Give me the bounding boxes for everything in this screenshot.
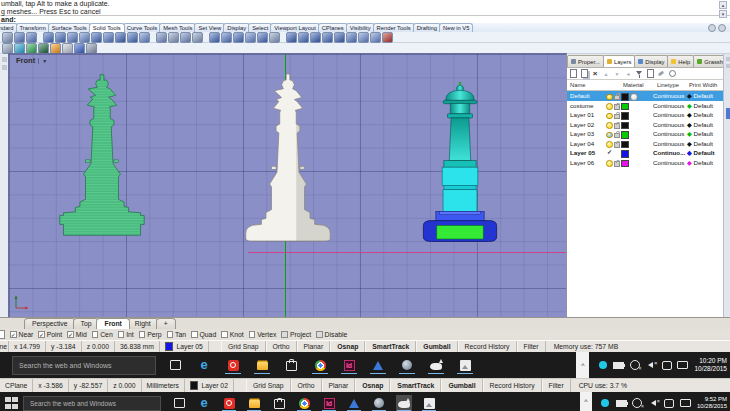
tool-icon-extrude-to-point[interactable] — [180, 32, 191, 43]
status-pane-osnap[interactable]: Osnap — [330, 341, 365, 352]
tool-icon-chamfer-edge[interactable] — [257, 32, 268, 43]
osnap-checkbox[interactable] — [118, 331, 125, 338]
new-sublayer-icon[interactable] — [580, 70, 588, 78]
layer-print-width[interactable]: ◆ Default — [687, 139, 713, 149]
panel-tab-proper[interactable]: Proper... — [567, 55, 604, 67]
tool-icon-blue-box[interactable] — [74, 43, 85, 54]
photos-icon[interactable] — [456, 356, 474, 374]
osnap-perp[interactable]: Perp — [139, 331, 162, 338]
osnap-checkbox[interactable] — [92, 331, 99, 338]
tool-icon-extrude-along-curve[interactable] — [168, 32, 179, 43]
globe-icon[interactable] — [398, 356, 416, 374]
osnap-checkbox[interactable] — [167, 331, 174, 338]
layer-linetype[interactable]: Continuous — [653, 158, 686, 168]
layer-color-swatch[interactable] — [621, 160, 629, 168]
osnap-mid[interactable]: ✓Mid — [67, 331, 86, 338]
new-layer-icon[interactable] — [569, 70, 577, 78]
layer-row[interactable]: Layer 05✓Continuo...◆ Default — [567, 148, 723, 158]
layer-print-width[interactable]: ◆ Default — [687, 91, 713, 101]
layer-lock-icon[interactable] — [614, 133, 620, 139]
ribbon-tab-standard[interactable]: Standard — [0, 23, 18, 32]
tool-icon-edge-softening[interactable] — [269, 32, 280, 43]
current-layer-pane[interactable]: Layer 02 — [185, 379, 234, 392]
status-pane-record-history[interactable]: Record History — [483, 379, 542, 392]
layer-material-icon[interactable] — [630, 93, 638, 101]
layer-color-swatch[interactable] — [621, 103, 629, 111]
layer-lock-icon[interactable] — [614, 123, 620, 129]
model-cyan-block[interactable] — [442, 167, 478, 185]
layer-row[interactable]: costumeContinuous◆ Default — [567, 101, 723, 111]
chat-icon[interactable] — [664, 397, 675, 409]
layer-row[interactable]: Layer 06Continuous◆ Default — [567, 158, 723, 168]
tool-icon-merge-faces[interactable] — [322, 32, 333, 43]
edge-icon[interactable] — [195, 356, 213, 374]
layer-visibility-bulb-icon[interactable] — [606, 113, 613, 120]
filter-icon[interactable] — [635, 70, 643, 78]
osnap-vertex[interactable]: Vertex — [249, 331, 277, 338]
ribbon-tab-solid-tools[interactable]: Solid Tools — [89, 23, 125, 32]
model-lighthouse-cyan[interactable] — [418, 82, 502, 244]
layer-lock-icon[interactable] — [614, 104, 620, 110]
ribbon-tab-display[interactable]: Display — [223, 23, 250, 32]
task-view-icon[interactable] — [171, 395, 187, 411]
edge-icon[interactable] — [196, 395, 212, 411]
layer-visibility-bulb-icon[interactable] — [606, 94, 613, 101]
taskbar-clock[interactable]: 10:20 PM10/28/2015 — [694, 357, 727, 373]
ribbon-tab-visibility[interactable]: Visibility — [346, 23, 375, 32]
osnap-quad[interactable]: Quad — [191, 331, 216, 338]
viewport-tab-front[interactable]: Front — [96, 318, 129, 329]
tool-icon-torus[interactable] — [91, 32, 102, 43]
status-pane-smarttrack[interactable]: SmartTrack — [390, 379, 441, 392]
layer-linetype[interactable]: Continuous — [653, 139, 686, 149]
tool-icon-move-face[interactable] — [334, 32, 345, 43]
tool-icon-material-cube[interactable] — [38, 43, 49, 54]
layer-lock-icon[interactable] — [614, 95, 620, 101]
viewport-front[interactable]: Front▼ — [9, 54, 566, 317]
tool-icon-box[interactable] — [43, 32, 54, 43]
layer-visibility-bulb-icon[interactable] — [606, 132, 613, 139]
tab-gear-icon[interactable] — [718, 24, 726, 32]
ribbon-tab-select[interactable]: Select — [248, 23, 272, 32]
tool-icon-tube[interactable] — [115, 32, 126, 43]
layer-linetype[interactable]: Continuous — [653, 91, 686, 101]
keyboard-icon[interactable] — [677, 359, 688, 371]
delete-layer-icon[interactable] — [591, 70, 599, 78]
ribbon-tab-render-tools[interactable]: Render Tools — [373, 23, 415, 32]
volume-muted-icon[interactable] — [645, 359, 656, 371]
ribbon-tab-new-in-v5[interactable]: New in V5 — [439, 23, 473, 32]
layer-visibility-bulb-icon[interactable] — [606, 160, 613, 167]
osnap-checkbox[interactable] — [221, 331, 228, 338]
status-pane-osnap[interactable]: Osnap — [355, 379, 390, 392]
layer-print-width[interactable]: ◆ Default — [687, 110, 713, 120]
task-view-icon[interactable] — [166, 356, 184, 374]
tool-icon-panel-table[interactable] — [370, 32, 381, 43]
layer-row[interactable]: DefaultContinuous◆ Default — [567, 91, 723, 101]
indesign-icon[interactable] — [340, 356, 358, 374]
status-pane-gumball[interactable]: Gumball — [416, 341, 457, 352]
osnap-cen[interactable]: Cen — [92, 331, 113, 338]
chrome-icon[interactable] — [296, 395, 312, 411]
osnap-checkbox[interactable] — [281, 331, 288, 338]
status-pane-filter[interactable]: Filter — [542, 379, 571, 392]
modeler-icon[interactable] — [369, 356, 387, 374]
hidden-icons-chevron[interactable]: ^ — [576, 352, 589, 378]
tool-icon-cap-holes[interactable] — [209, 32, 220, 43]
settings-icon[interactable] — [668, 70, 676, 78]
tool-icon-panel-grid[interactable] — [358, 32, 369, 43]
panel-tab-display[interactable]: Display — [634, 55, 668, 67]
layer-color-swatch[interactable] — [621, 93, 629, 101]
battery-icon[interactable] — [616, 397, 627, 409]
layer-row[interactable]: Layer 01Continuous◆ Default — [567, 110, 723, 120]
defender-icon[interactable] — [600, 397, 611, 409]
ribbon-tab-drafting[interactable]: Drafting — [413, 23, 441, 32]
battery-icon[interactable] — [613, 359, 624, 371]
photos-icon[interactable] — [421, 395, 437, 411]
osnap-checkbox[interactable] — [316, 331, 323, 338]
chat-icon[interactable] — [661, 359, 672, 371]
tool-icon-close-red[interactable] — [382, 32, 393, 43]
file-explorer-icon[interactable] — [253, 356, 271, 374]
layer-row[interactable]: Layer 04Continuous◆ Default — [567, 139, 723, 149]
ribbon-tab-mesh-tools[interactable]: Mesh Tools — [159, 23, 196, 32]
start-button[interactable] — [4, 396, 19, 411]
modeler-icon[interactable] — [346, 395, 362, 411]
